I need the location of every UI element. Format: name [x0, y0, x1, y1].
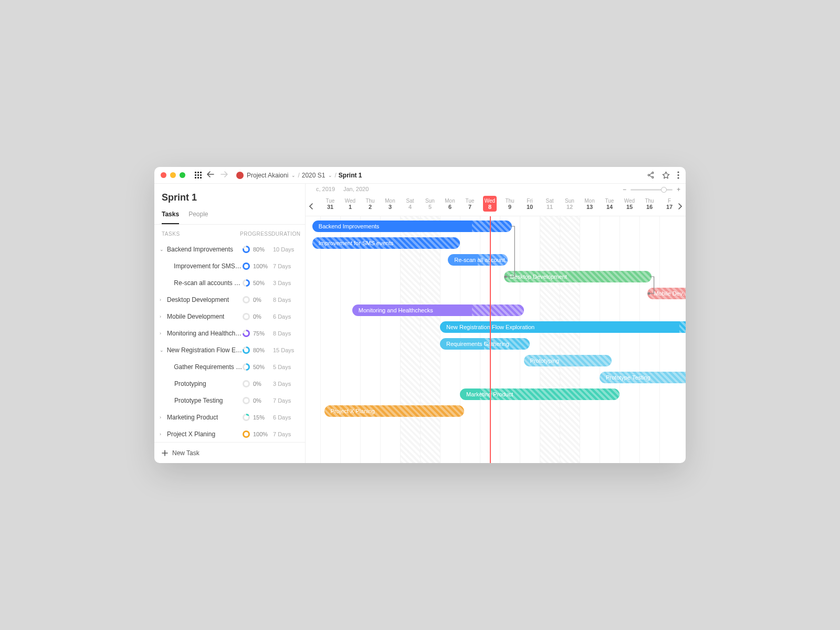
task-duration: 7 Days	[273, 263, 299, 269]
grid-column	[580, 216, 600, 463]
timeline[interactable]: − + c, 2019 Jan, 2020 Tue31Wed1Thu2Mon3S…	[306, 184, 686, 463]
task-name: Backend Improvements	[167, 246, 233, 253]
task-duration: 5 Days	[273, 364, 299, 370]
expand-toggle-icon[interactable]: ⌄	[160, 247, 165, 252]
gantt-bar[interactable]: Project X Planing	[324, 405, 464, 417]
app-menu-icon[interactable]	[195, 172, 202, 178]
month-left: c, 2019	[316, 186, 335, 192]
task-name: Re-scan all accounts ad…	[174, 279, 243, 287]
task-progress: 0%	[243, 380, 273, 387]
month-labels: c, 2019 Jan, 2020	[306, 186, 686, 195]
gantt-bar[interactable]: Requirements Gathering	[440, 338, 530, 350]
task-name-cell: ⌄Backend Improvements	[160, 246, 243, 253]
bar-incomplete-stripe	[600, 372, 686, 383]
expand-toggle-icon[interactable]: ›	[160, 331, 165, 336]
page-title: Sprint 1	[162, 192, 298, 203]
new-task-button[interactable]: New Task	[154, 442, 305, 463]
task-duration: 7 Days	[273, 397, 299, 404]
task-row[interactable]: Improvement for SMS ev…100%7 Days	[154, 258, 305, 275]
task-name: Gather Requirements an…	[174, 363, 243, 371]
today-indicator	[490, 216, 491, 463]
task-name-cell: Improvement for SMS ev…	[160, 262, 243, 270]
gantt-bar[interactable]: Monitoring and Healthchecks	[352, 304, 524, 316]
star-icon[interactable]	[662, 171, 670, 179]
task-duration: 15 Days	[273, 347, 299, 353]
task-progress: 80%	[243, 246, 273, 253]
day-header: Thu9	[500, 198, 520, 210]
more-icon[interactable]	[677, 171, 679, 179]
bar-incomplete-stripe	[480, 388, 620, 400]
grid-column	[380, 216, 400, 463]
gantt-bar[interactable]: Mobile Dev…	[647, 288, 686, 299]
bar-incomplete-stripe	[324, 405, 464, 417]
task-row[interactable]: ›Mobile Development0%6 Days	[154, 308, 305, 325]
gantt-bar[interactable]: Prototype Testing	[600, 372, 686, 383]
grid-column	[400, 216, 420, 463]
task-name-cell: ›Marketing Product	[160, 414, 243, 421]
maximize-icon[interactable]	[180, 172, 185, 178]
task-progress: 15%	[243, 414, 273, 421]
task-row[interactable]: Re-scan all accounts ad…50%3 Days	[154, 275, 305, 291]
tab-tasks[interactable]: Tasks	[162, 211, 179, 224]
gantt-bar-label: Backend Improvements	[319, 223, 380, 229]
expand-toggle-icon[interactable]: ›	[160, 314, 165, 319]
gantt-bar[interactable]: Desktop Development	[504, 271, 652, 282]
gantt-bar[interactable]: Backend Improvements	[312, 220, 512, 232]
task-row[interactable]: ⌄Backend Improvements80%10 Days	[154, 241, 305, 258]
gantt-bar[interactable]: Prototyping	[524, 355, 612, 366]
task-name: Mobile Development	[167, 313, 224, 320]
month-right: Jan, 2020	[343, 186, 369, 192]
task-duration: 6 Days	[273, 313, 299, 320]
forward-button[interactable]	[219, 171, 229, 179]
day-header: Sat11	[540, 198, 560, 210]
chevron-down-icon[interactable]: ⌄	[291, 173, 296, 178]
task-row[interactable]: ⌄New Registration Flow Ex…80%15 Days	[154, 342, 305, 359]
task-progress: 0%	[243, 296, 273, 303]
bar-incomplete-stripe	[472, 220, 512, 232]
task-row[interactable]: ›Project X Planing100%7 Days	[154, 426, 305, 442]
gantt-bar[interactable]: Improvement for SMS events	[312, 237, 460, 249]
progress-donut-icon	[243, 262, 250, 270]
task-name-cell: ›Desktop Development	[160, 296, 243, 303]
task-duration: 3 Days	[273, 381, 299, 387]
task-row[interactable]: ›Desktop Development0%8 Days	[154, 291, 305, 308]
progress-pct: 80%	[253, 246, 265, 253]
back-button[interactable]	[206, 171, 215, 179]
progress-pct: 0%	[253, 381, 261, 387]
progress-donut-icon	[243, 346, 250, 354]
minimize-icon[interactable]	[170, 172, 176, 178]
timeline-prev[interactable]	[307, 202, 316, 211]
breadcrumb-project[interactable]: Project Akaioni	[247, 172, 288, 179]
day-header: Fri10	[520, 198, 540, 210]
day-header: Tue31	[320, 198, 340, 210]
task-row[interactable]: Prototyping0%3 Days	[154, 375, 305, 392]
expand-toggle-icon[interactable]: ›	[160, 415, 165, 420]
breadcrumb-period[interactable]: 2020 S1	[302, 172, 326, 179]
gantt-bar[interactable]: New Registration Flow Exploration	[440, 321, 686, 333]
task-row[interactable]: Prototype Testing0%7 Days	[154, 392, 305, 409]
task-duration: 8 Days	[273, 330, 299, 337]
expand-toggle-icon[interactable]: ›	[160, 297, 165, 302]
side-tabs: Tasks People	[154, 211, 305, 225]
progress-pct: 100%	[253, 263, 268, 269]
task-row[interactable]: ›Marketing Product15%6 Days	[154, 409, 305, 426]
grid-column	[340, 216, 360, 463]
tab-people[interactable]: People	[188, 211, 208, 224]
grid-column	[600, 216, 620, 463]
share-icon[interactable]	[647, 171, 655, 179]
grid-column	[320, 216, 340, 463]
task-name-cell: Gather Requirements an…	[160, 363, 243, 371]
expand-toggle-icon[interactable]: ›	[160, 432, 165, 437]
bar-incomplete-stripe	[679, 321, 686, 333]
timeline-next[interactable]	[675, 202, 685, 211]
expand-toggle-icon[interactable]: ⌄	[160, 348, 165, 353]
gantt-bar[interactable]: Re-scan all account…	[448, 254, 508, 266]
task-row[interactable]: Gather Requirements an…50%5 Days	[154, 359, 305, 375]
task-name: Marketing Product	[167, 414, 218, 421]
bar-incomplete-stripe	[647, 288, 686, 299]
chevron-down-icon[interactable]: ⌄	[328, 173, 332, 178]
task-list[interactable]: ⌄Backend Improvements80%10 DaysImproveme…	[154, 241, 305, 442]
task-row[interactable]: ›Monitoring and Healthch…75%8 Days	[154, 325, 305, 342]
close-icon[interactable]	[161, 172, 166, 178]
gantt-bar[interactable]: Marketing Product	[460, 388, 620, 400]
